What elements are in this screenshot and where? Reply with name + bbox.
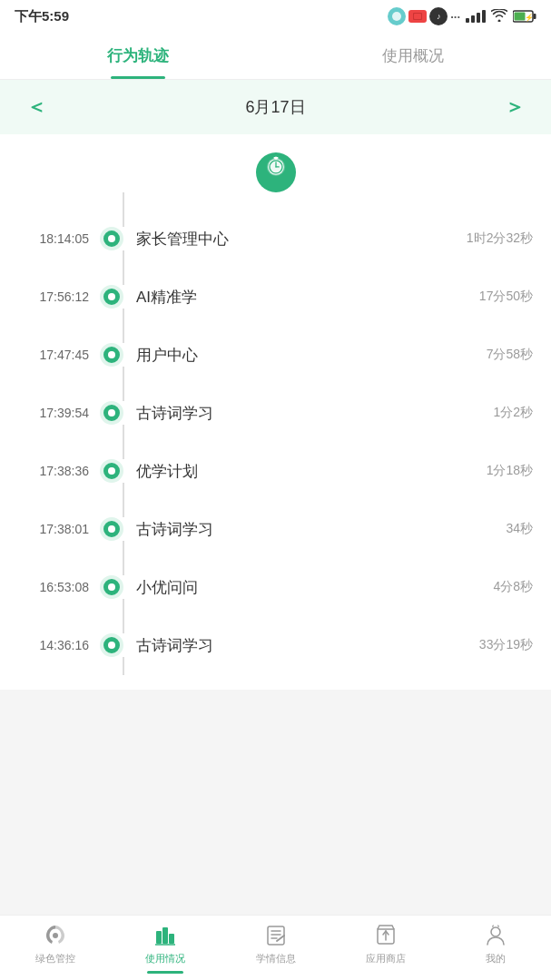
- timeline-time: 17:38:36: [18, 464, 100, 478]
- current-date: 6月17日: [245, 96, 305, 118]
- timeline-list: 18:14:05 家长管理中心 1时2分32秒 17:56:12 AI精准学 1…: [0, 192, 551, 675]
- timeline-item[interactable]: 17:47:45 用户中心 7分58秒: [0, 343, 551, 367]
- duration: 1分2秒: [493, 405, 533, 421]
- connector-line: [123, 599, 124, 633]
- timeline-dot-inner: [108, 525, 115, 533]
- timeline-dot: [100, 401, 123, 425]
- bottom-nav-app-store[interactable]: 应用商店: [330, 923, 440, 965]
- timeline-item[interactable]: 14:36:16 古诗词学习 33分19秒: [0, 633, 551, 657]
- timeline-content: 古诗词学习 1分2秒: [123, 403, 533, 424]
- connector-line: [123, 309, 124, 343]
- connector-line: [123, 425, 124, 459]
- connector-line: [123, 483, 124, 517]
- duration: 4分8秒: [493, 579, 533, 595]
- svg-text:⚡: ⚡: [525, 13, 534, 22]
- timeline-dot-wrap: [100, 459, 123, 483]
- timeline-content: 古诗词学习 33分19秒: [123, 635, 533, 656]
- usage-stats-icon: [153, 923, 178, 948]
- svg-line-23: [277, 936, 284, 941]
- app-name: 家长管理中心: [136, 229, 229, 250]
- app-name: 古诗词学习: [136, 403, 213, 424]
- svg-point-14: [53, 933, 58, 938]
- connector-line: [123, 541, 124, 575]
- app-name: 优学计划: [136, 461, 198, 482]
- duration: 1分18秒: [487, 463, 533, 479]
- svg-rect-13: [275, 156, 277, 159]
- timeline-start: [0, 134, 551, 192]
- timeline-dot-inner: [108, 583, 115, 591]
- status-bar: 下午5:59 ♪ ···: [0, 0, 551, 33]
- bottom-nav-green-control[interactable]: 绿色管控: [0, 923, 110, 965]
- svg-rect-2: [414, 14, 421, 19]
- status-icons: ♪ ··· ⚡: [388, 7, 536, 25]
- svg-point-0: [392, 12, 401, 21]
- timeline-dot-wrap: [100, 575, 123, 599]
- svg-rect-15: [156, 931, 162, 944]
- timeline-content: 小优问问 4分8秒: [123, 577, 533, 598]
- green-control-label: 绿色管控: [35, 952, 75, 965]
- timeline-content: 用户中心 7分58秒: [123, 345, 533, 366]
- notification-icons: ♪ ···: [388, 7, 460, 25]
- main-content: 18:14:05 家长管理中心 1时2分32秒 17:56:12 AI精准学 1…: [0, 134, 551, 762]
- learning-info-icon: [263, 923, 289, 948]
- timeline-time: 18:14:05: [18, 231, 100, 246]
- bottom-nav: 绿色管控 使用情况 学情信息: [0, 915, 551, 980]
- timeline-item[interactable]: 16:53:08 小优问问 4分8秒: [0, 575, 551, 599]
- timeline-dot: [100, 575, 123, 599]
- timeline-item[interactable]: 17:39:54 古诗词学习 1分2秒: [0, 401, 551, 425]
- svg-rect-17: [169, 934, 174, 944]
- timeline-dot: [100, 517, 123, 541]
- timeline-dot-wrap: [100, 517, 123, 541]
- bottom-nav-mine[interactable]: 我的: [441, 923, 551, 965]
- bottom-nav-learning-info[interactable]: 学情信息: [221, 923, 330, 965]
- next-date-button[interactable]: ＞: [500, 93, 529, 122]
- timeline-time: 17:38:01: [18, 522, 100, 536]
- trailing-line: [123, 657, 124, 675]
- prev-date-button[interactable]: ＜: [22, 93, 51, 122]
- duration: 7分58秒: [487, 347, 533, 363]
- mine-icon: [483, 923, 508, 948]
- app-name: 小优问问: [136, 577, 198, 598]
- duration: 17分50秒: [479, 289, 533, 305]
- connector-line: [123, 250, 124, 285]
- svg-rect-16: [162, 927, 168, 944]
- app-store-icon: [373, 923, 398, 948]
- usage-stats-label: 使用情况: [145, 952, 185, 965]
- svg-rect-19: [268, 926, 284, 945]
- app-name: 古诗词学习: [136, 635, 213, 656]
- connector-line: [123, 192, 124, 227]
- timeline-dot-wrap: [100, 285, 123, 309]
- timeline-dot-inner: [108, 235, 115, 242]
- timeline-dot-wrap: [100, 633, 123, 657]
- timeline-dot-inner: [108, 409, 115, 416]
- duration: 33分19秒: [479, 637, 533, 653]
- timeline-item[interactable]: 17:56:12 AI精准学 17分50秒: [0, 285, 551, 309]
- timeline-dot-wrap: [100, 401, 123, 425]
- timeline-dot: [100, 227, 123, 250]
- battery-icon: ⚡: [513, 10, 536, 23]
- timeline-dot-wrap: [100, 343, 123, 367]
- tab-behavior[interactable]: 行为轨迹: [0, 33, 276, 79]
- duration: 34秒: [506, 521, 533, 537]
- timeline-dot-wrap: [100, 227, 123, 250]
- timeline-container: 18:14:05 家长管理中心 1时2分32秒 17:56:12 AI精准学 1…: [0, 134, 551, 690]
- timeline-time: 17:47:45: [18, 348, 100, 362]
- timeline-time: 17:56:12: [18, 289, 100, 304]
- timeline-item[interactable]: 17:38:01 古诗词学习 34秒: [0, 517, 551, 541]
- timeline-dot: [100, 285, 123, 309]
- bottom-nav-usage-stats[interactable]: 使用情况: [110, 923, 220, 974]
- app-name: AI精准学: [136, 287, 197, 308]
- timeline-item[interactable]: 18:14:05 家长管理中心 1时2分32秒: [0, 227, 551, 250]
- tab-usage[interactable]: 使用概况: [276, 33, 552, 79]
- date-nav: ＜ 6月17日 ＞: [0, 80, 551, 134]
- timeline-start-icon: [256, 152, 296, 192]
- app-name: 古诗词学习: [136, 519, 213, 540]
- timeline-content: 优学计划 1分18秒: [123, 461, 533, 482]
- timeline-content: AI精准学 17分50秒: [123, 287, 533, 308]
- timeline-content: 古诗词学习 34秒: [123, 519, 533, 540]
- connector-line: [123, 367, 124, 401]
- app-name: 用户中心: [136, 345, 198, 366]
- green-control-icon: [43, 923, 68, 948]
- timeline-item[interactable]: 17:38:36 优学计划 1分18秒: [0, 459, 551, 483]
- signal-icon: [466, 10, 486, 23]
